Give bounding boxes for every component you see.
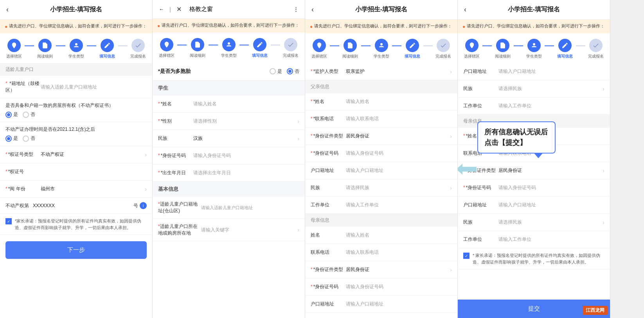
p2-conn-1 [177, 45, 187, 45]
panel2-more-icon[interactable]: ⋮ [293, 6, 299, 12]
p2-step-5: 完成报名 [280, 38, 302, 58]
p3-mname-input[interactable]: 请输入姓名 [346, 232, 452, 238]
multifetal-yes[interactable]: 是 [270, 68, 282, 75]
radio-yes-1[interactable]: 是 [5, 111, 18, 118]
p2-step-label-1: 选择辖区 [159, 53, 174, 58]
p4-pledge-checkbox[interactable] [463, 253, 470, 259]
city-row: *闽 年份 福州市 › [0, 181, 152, 198]
panel4-alert-text: 请先进行户口、学位绑定信息确认，如符合要求，则可进行下一步操作： [467, 23, 604, 29]
back-icon[interactable]: ‹ [6, 5, 9, 14]
radio-yes-2[interactable]: 是 [5, 135, 18, 142]
p4-mwork-input[interactable]: 请输入工作单位 [498, 236, 604, 243]
p3-mid-type-value[interactable]: 居民身份证 [346, 266, 448, 273]
panel2-back-icon[interactable]: ← [159, 6, 164, 12]
prop-info-icon[interactable]: i [140, 202, 147, 209]
prop-no-value[interactable]: XXXXXXX [33, 203, 133, 208]
p3-fname-row: *姓名 请输入姓名 [305, 93, 457, 110]
p4-mwork-row: 工作单位 请输入工作单位 [458, 231, 610, 248]
panel2-alert: ● 请先进行户口、学位绑定信息确认，如符合要求，则可进行下一步操作： [153, 19, 305, 33]
p4-work-input[interactable]: 请输入工作单位 [498, 103, 604, 109]
p3-mphone-label: 联系电话 [311, 249, 346, 256]
p3-maddress-input[interactable]: 请输入户口籍地址 [346, 301, 452, 307]
p3-fname-input[interactable]: 请输入姓名 [346, 98, 452, 105]
p3-fname-label: *姓名 [311, 98, 346, 105]
p3-fwork-input[interactable]: 请输入工作单位 [346, 202, 452, 208]
p2-gender-input[interactable]: 请选择性别 [193, 118, 296, 125]
p2-child-address-input[interactable]: 请输入适龄儿童户口籍地址 [201, 205, 299, 211]
p3-mname-label: 姓名 [311, 232, 346, 238]
panel3-alert: ● 请先进行户口、学位绑定信息确认，如符合要求，则可进行下一步操作： [305, 20, 457, 33]
p2-ethnicity-label: 民族 [158, 135, 193, 142]
p2-step-label-2: 阅读细则 [190, 53, 205, 58]
panel-2: ← | ✕ 格教之窗 ⋮ ● 请先进行户口、学位绑定信息确认，如符合要求，则可进… [153, 0, 305, 318]
p4-step-circle-2 [496, 39, 509, 52]
p2-id-input[interactable]: 请输入身份证号码 [193, 152, 299, 159]
house-ownership-options: 是 否 [5, 111, 35, 118]
city-value[interactable]: 福州市 [41, 186, 143, 192]
multifetal-no[interactable]: 否 [287, 68, 299, 75]
p4-step-label-4: 填写信息 [557, 54, 573, 59]
radio-circle-yes-2 [5, 136, 12, 142]
panel3-title: 小学招生-填写报名 [355, 5, 407, 14]
p3-guardian-arrow: › [450, 69, 452, 75]
p2-birthdate-input[interactable]: 请选择出生年月日 [193, 170, 299, 176]
p2-step-circle-2 [191, 38, 204, 51]
panel2-form: *是否为多胞胎 是 否 学生 *姓名 请输入姓名 *性别 请选择性别 › [153, 62, 305, 318]
p2-step-circle-4 [253, 38, 266, 51]
panel1-form: 适龄儿童户口 *籍地址（鼓楼区） 请输入适龄儿童户口籍地址 是否具备和户籍一致的… [0, 63, 152, 318]
p2-conn-2 [209, 45, 218, 45]
cert-type-arrow: › [145, 152, 147, 158]
p4-maddress-input[interactable]: 请输入户口籍地址 [498, 202, 604, 208]
panel2-alert-text: 请先进行户口、学位绑定信息确认，如符合要求，则可进行下一步操作： [162, 22, 299, 29]
step-label-1: 选择辖区 [6, 54, 22, 59]
p4-ethnicity-row: 民族 请选择民族 › [458, 80, 610, 98]
panel3-alert-text: 请先进行户口、学位绑定信息确认，如符合要求，则可进行下一步操作： [314, 23, 452, 29]
p2-house-input[interactable]: 请输入关键字 [201, 227, 296, 233]
p3-section-mother: 母亲信息 [305, 214, 457, 227]
p2-name-row: *姓名 请输入姓名 [153, 96, 305, 113]
step-circle-3 [70, 39, 83, 52]
cert-type-value[interactable]: 不动产权证 [41, 151, 143, 158]
p3-step-label-1: 选择辖区 [311, 54, 327, 59]
p2-id-label: *身份证号码 [158, 152, 193, 159]
pledge-checkbox[interactable] [5, 218, 12, 224]
p4-step-circle-3 [527, 39, 541, 52]
p2-name-input[interactable]: 请输入姓名 [193, 101, 299, 107]
panel3-back-icon[interactable]: ‹ [311, 5, 314, 14]
p4-hk-address-input[interactable]: 请输入户口籍地址 [498, 68, 604, 75]
p3-fphone-input[interactable]: 请输入联系电话 [346, 116, 452, 122]
panel4-back-icon[interactable]: ‹ [464, 5, 466, 14]
house-ownership-row: 是否具备和户籍一致的房屋所有权（不动产权证书） 是 否 [0, 98, 152, 122]
p4-mid-type-value[interactable]: 居民身份证 [498, 167, 601, 174]
step-complete: 完成报名 [128, 39, 149, 59]
address-value[interactable]: 请输入适龄儿童户口籍地址 [41, 84, 147, 90]
p3-fid-type-value[interactable]: 居民身份证 [346, 133, 448, 139]
p3-fid-no-input[interactable]: 请输入身份证号码 [346, 150, 452, 157]
p2-step-label-4: 填写信息 [252, 53, 268, 58]
radio-no-1[interactable]: 否 [23, 111, 35, 118]
p3-faddress-input[interactable]: 请输入户口籍地址 [346, 167, 452, 174]
p3-fethnicity-input[interactable]: 请选择民族 [346, 184, 448, 191]
panel2-close-icon[interactable]: ✕ [176, 5, 182, 13]
panel1-title: 小学招生-填写报名 [50, 5, 102, 14]
radio-no-2[interactable]: 否 [23, 135, 35, 142]
multifetal-yes-circle [270, 68, 276, 74]
p4-methnicity-input[interactable]: 请选择民族 [498, 219, 601, 226]
p2-birthdate-row: *出生年月日 请选择出生年月日 [153, 164, 305, 182]
p2-ethnicity-value[interactable]: 汉族 [193, 135, 296, 142]
p3-guardian-value[interactable]: 双亲监护 [346, 68, 448, 75]
panel3-header: ‹ 小学招生-填写报名 [305, 0, 457, 20]
p4-step-4: 填写信息 [554, 39, 576, 59]
panel3-alert-icon: ● [310, 23, 313, 30]
p3-mid-no-input[interactable]: 请输入身份证号码 [346, 284, 452, 290]
p4-step-2: 阅读细则 [492, 39, 513, 59]
next-button[interactable]: 下一步 [5, 241, 147, 259]
p3-conn-3 [392, 45, 401, 46]
p4-step-circle-1 [465, 39, 479, 52]
svg-point-1 [75, 43, 77, 45]
panel4-steps: 选择辖区 阅读细则 学生类型 填写信息 完成报名 [458, 33, 610, 63]
p3-mphone-input[interactable]: 请输入联系电话 [346, 249, 452, 256]
p4-mid-no-input[interactable]: 请输入身份证号码 [498, 184, 604, 191]
p4-ethnicity-input[interactable]: 请选择民族 [498, 85, 601, 92]
panel3-form: *监护人类型 双亲监护 › 父亲信息 *姓名 请输入姓名 *联系电话 请输入联系… [305, 63, 457, 318]
